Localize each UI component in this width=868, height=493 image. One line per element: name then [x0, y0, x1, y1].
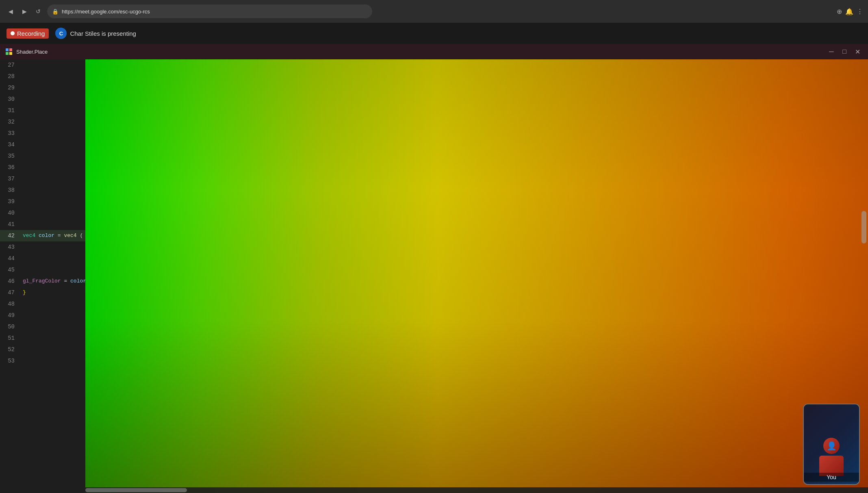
- code-line-39: 39: [0, 196, 85, 207]
- menu-icon[interactable]: ⋮: [857, 8, 863, 15]
- code-line-50: 50: [0, 321, 85, 332]
- recording-dot: [11, 31, 15, 35]
- shader-gradient-v: [85, 59, 868, 493]
- presenter-info: C Char Stiles is presenting: [55, 28, 136, 39]
- window-controls: ─ □ ✕: [826, 46, 863, 57]
- code-line-31: 31: [0, 105, 85, 116]
- you-video: 👤: [804, 404, 859, 484]
- code-line-47: 47 }: [0, 287, 85, 298]
- code-line-41: 41: [0, 219, 85, 230]
- browser-icons-right: ⊕ 🔔 ⋮: [837, 8, 863, 15]
- svg-rect-1: [9, 48, 12, 51]
- code-line-51: 51: [0, 332, 85, 344]
- url-text: https://meet.google.com/esc-ucgo-rcs: [62, 9, 150, 15]
- svg-rect-0: [6, 48, 9, 51]
- code-line-48: 48: [0, 298, 85, 310]
- code-line-36: 36: [0, 162, 85, 173]
- editor-area: 27 28 29 30: [0, 59, 868, 493]
- code-line-45: 45: [0, 264, 85, 276]
- you-label: You: [804, 473, 859, 482]
- vertical-scrollbar[interactable]: [861, 211, 866, 243]
- code-line-42: 42 vec4 color = vec4 ( normCoord .x, nor…: [0, 230, 85, 241]
- minimize-button[interactable]: ─: [826, 46, 837, 57]
- horizontal-scrollbar-track: [85, 487, 868, 493]
- code-line-34: 34: [0, 139, 85, 150]
- close-button[interactable]: ✕: [852, 46, 863, 57]
- shader-canvas: [85, 59, 868, 493]
- app-title: Shader.Place: [16, 49, 48, 55]
- reload-button[interactable]: ↺: [33, 6, 44, 17]
- presenter-avatar: C: [55, 28, 67, 39]
- code-line-44: 44: [0, 253, 85, 264]
- app-window: Shader.Place ─ □ ✕ 27 28: [0, 44, 868, 493]
- code-line-32: 32: [0, 116, 85, 128]
- you-avatar-head: 👤: [823, 438, 840, 454]
- forward-button[interactable]: ▶: [19, 6, 30, 17]
- meet-bar: Recording C Char Stiles is presenting: [0, 23, 868, 44]
- code-panel[interactable]: 27 28 29 30: [0, 59, 85, 493]
- code-line-28: 28: [0, 71, 85, 82]
- code-line-38: 38: [0, 185, 85, 196]
- code-line-37: 37: [0, 173, 85, 185]
- code-line-46: 46 gl_FragColor = color ;: [0, 276, 85, 287]
- svg-rect-3: [9, 52, 12, 55]
- presenter-text: Char Stiles is presenting: [70, 30, 136, 37]
- svg-rect-2: [6, 52, 9, 55]
- app-icon: [5, 48, 13, 56]
- back-button[interactable]: ◀: [5, 6, 16, 17]
- code-line-33: 33: [0, 128, 85, 139]
- code-line-30: 30: [0, 93, 85, 105]
- recording-badge: Recording: [7, 28, 49, 39]
- app-titlebar: Shader.Place ─ □ ✕: [0, 44, 868, 59]
- code-line-53: 53: [0, 355, 85, 367]
- code-line-29: 29: [0, 82, 85, 93]
- code-line-52: 52: [0, 344, 85, 355]
- recording-label: Recording: [17, 30, 45, 37]
- code-line-49: 49: [0, 310, 85, 321]
- horizontal-scrollbar-thumb[interactable]: [85, 488, 187, 492]
- address-bar[interactable]: 🔒 https://meet.google.com/esc-ucgo-rcs: [47, 4, 372, 18]
- code-line-40: 40: [0, 207, 85, 219]
- maximize-button[interactable]: □: [839, 46, 850, 57]
- you-thumbnail: 👤 You: [803, 404, 860, 485]
- extension-icon-1[interactable]: ⊕: [837, 8, 842, 15]
- browser-chrome: ◀ ▶ ↺ 🔒 https://meet.google.com/esc-ucgo…: [0, 0, 868, 23]
- code-line-27: 27: [0, 59, 85, 71]
- code-line-35: 35: [0, 150, 85, 162]
- extension-icon-2[interactable]: 🔔: [845, 8, 853, 15]
- browser-nav-buttons: ◀ ▶ ↺: [5, 6, 44, 17]
- code-line-43: 43: [0, 241, 85, 253]
- main-content: Shader.Place ─ □ ✕ 27 28: [0, 44, 868, 493]
